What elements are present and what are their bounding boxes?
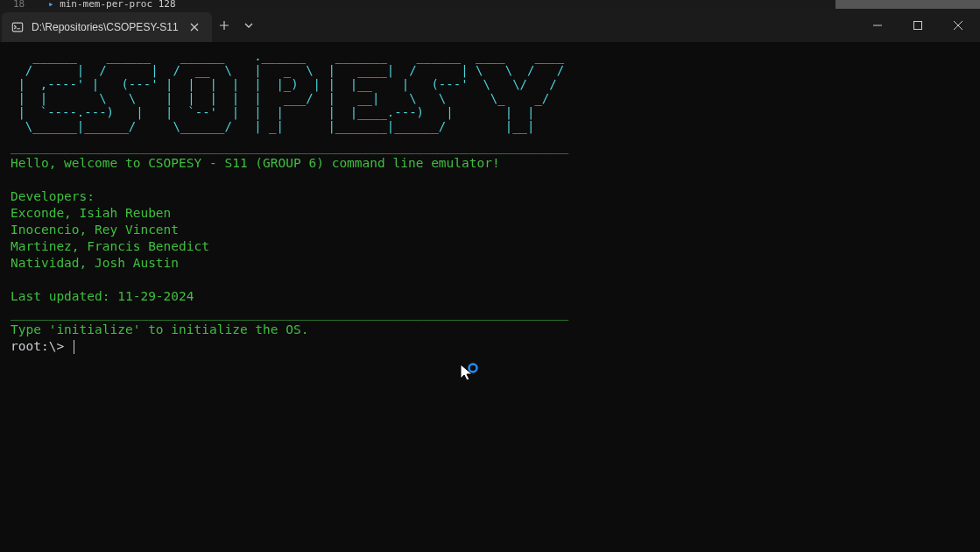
developer-name: Inocencio, Rey Vincent xyxy=(11,222,969,238)
instruction-text: Type 'initialize' to initialize the OS. xyxy=(11,322,969,338)
tab-dropdown-button[interactable] xyxy=(236,13,261,38)
svg-rect-1 xyxy=(914,22,922,30)
developer-name: Natividad, Josh Austin xyxy=(11,255,969,272)
new-tab-button[interactable] xyxy=(212,13,236,38)
prompt-line[interactable]: root:\> xyxy=(11,338,969,355)
text-cursor xyxy=(74,340,75,354)
minimize-button[interactable] xyxy=(857,9,898,42)
developer-name: Martinez, Francis Benedict xyxy=(11,238,969,255)
prompt-text: root:\> xyxy=(11,339,72,353)
developer-name: Exconde, Isiah Reuben xyxy=(11,205,969,222)
titlebar[interactable]: D:\Repositories\CSOPESY-S11 xyxy=(0,9,980,42)
welcome-text: Hello, welcome to CSOPESY - S11 (GROUP 6… xyxy=(11,155,969,172)
separator-bottom: ________________________________________… xyxy=(11,305,969,322)
background-editor-line: 18 ▸ min-mem-per-proc 128 xyxy=(0,0,980,9)
last-updated: Last updated: 11-29-2024 xyxy=(11,288,969,305)
terminal-icon xyxy=(11,20,25,34)
blank-line xyxy=(11,272,969,288)
maximize-button[interactable] xyxy=(898,9,938,42)
terminal-window: D:\Repositories\CSOPESY-S11 xyxy=(0,9,980,552)
line-number: 18 xyxy=(13,0,25,9)
ascii-logo: ______ ______ ______ .______ _______ ___… xyxy=(11,49,969,133)
tab-title: D:\Repositories\CSOPESY-S11 xyxy=(32,21,179,33)
tab-active[interactable]: D:\Repositories\CSOPESY-S11 xyxy=(2,12,212,42)
line-text: min-mem-per-proc 128 xyxy=(60,0,175,9)
svg-rect-0 xyxy=(12,23,22,32)
blank-line xyxy=(11,172,969,188)
close-button[interactable] xyxy=(938,9,978,42)
tab-close-button[interactable] xyxy=(186,18,203,36)
window-controls xyxy=(857,9,978,42)
arrow-icon: ▸ xyxy=(48,0,54,9)
terminal-body[interactable]: ______ ______ ______ .______ _______ ___… xyxy=(0,42,980,552)
separator-top: ________________________________________… xyxy=(11,138,969,155)
developers-header: Developers: xyxy=(11,188,969,205)
background-right-panel xyxy=(835,0,980,9)
